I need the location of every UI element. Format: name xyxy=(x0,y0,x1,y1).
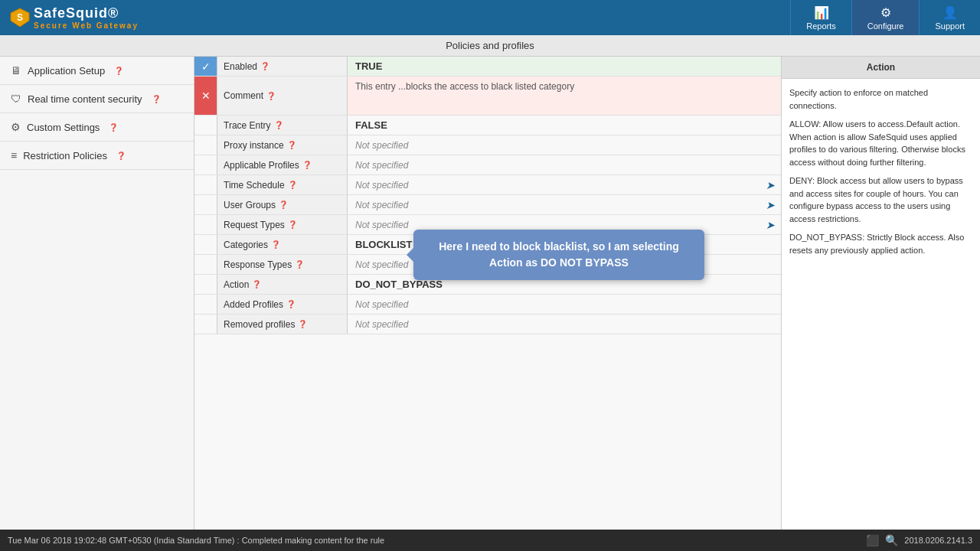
tooltip-text: Here I need to block blacklist, so I am … xyxy=(439,240,679,269)
request-types-help-icon: ❓ xyxy=(288,220,297,229)
sidebar-item-custom-settings[interactable]: ⚙ Custom Settings ❓ xyxy=(0,113,194,142)
comment-help-icon: ❓ xyxy=(266,92,276,100)
real-time-icon: 🛡 xyxy=(11,93,21,105)
row-actions-added-profiles xyxy=(194,295,217,314)
request-types-arrow[interactable]: ➤ xyxy=(766,219,775,231)
logo-row: S SafeSquid® Secure Web Gateway xyxy=(9,5,139,30)
label-user-groups: User Groups ❓ xyxy=(217,195,348,214)
configure-nav-btn[interactable]: ⚙ Configure xyxy=(851,0,920,35)
application-setup-icon: 🖥 xyxy=(11,64,21,77)
row-actions-user-groups xyxy=(194,195,217,214)
label-added-profiles: Added Profiles ❓ xyxy=(217,295,348,314)
field-row-proxy-instance: Proxy instance ❓ Not specified xyxy=(194,135,781,155)
sidebar-item-restriction-policies[interactable]: ≡ Restriction Policies ❓ xyxy=(0,142,194,170)
row-actions-trace xyxy=(194,116,217,135)
status-text: Tue Mar 06 2018 19:02:48 GMT+0530 (India… xyxy=(8,536,384,545)
enable-toggle-btn[interactable]: ✓ xyxy=(194,57,217,76)
label-removed-profiles: Removed profiles ❓ xyxy=(217,315,348,334)
real-time-help-icon: ❓ xyxy=(152,95,161,103)
status-version: 2018.0206.2141.3 xyxy=(904,536,972,545)
row-actions-removed-profiles xyxy=(194,315,217,334)
removed-profiles-help-icon: ❓ xyxy=(298,320,307,328)
value-trace-entry: FALSE xyxy=(348,116,781,135)
value-removed-profiles: Not specified xyxy=(348,315,781,334)
row-actions-request-types xyxy=(194,215,217,234)
page-title: Policies and profiles xyxy=(446,40,534,51)
restriction-policies-help-icon: ❓ xyxy=(116,152,126,160)
time-schedule-arrow[interactable]: ➤ xyxy=(766,179,775,191)
top-navigation: S SafeSquid® Secure Web Gateway 📊 Report… xyxy=(0,0,980,35)
action-panel-deny: DENY: Block access but allow users to by… xyxy=(789,174,972,225)
custom-settings-help-icon: ❓ xyxy=(109,123,118,132)
status-icon-2[interactable]: 🔍 xyxy=(885,534,898,546)
action-panel-header: Action xyxy=(782,57,980,79)
row-actions-applicable xyxy=(194,155,217,174)
row-actions-response-types xyxy=(194,255,217,274)
sidebar-item-application-setup[interactable]: 🖥 Application Setup ❓ xyxy=(0,57,194,85)
reports-icon: 📊 xyxy=(814,5,829,20)
sidebar: 🖥 Application Setup ❓ 🛡 Real time conten… xyxy=(0,57,194,530)
form-table: ✓ Enabled ❓ TRUE ✕ Comme xyxy=(194,57,781,530)
value-enabled: TRUE xyxy=(348,57,781,76)
row-actions-time xyxy=(194,175,217,194)
value-user-groups: Not specified ➤ xyxy=(348,195,781,214)
label-comment: Comment ❓ xyxy=(217,77,348,115)
configure-label: Configure xyxy=(867,21,904,31)
sidebar-label-custom-settings: Custom Settings xyxy=(27,122,100,133)
row-actions-proxy xyxy=(194,135,217,155)
value-comment: This entry ...blocks the access to black… xyxy=(348,77,781,115)
label-categories: Categories ❓ xyxy=(217,235,348,254)
action-panel: Action Specify action to enforce on matc… xyxy=(781,57,980,530)
reports-nav-btn[interactable]: 📊 Reports xyxy=(790,0,851,35)
logo-text: SafeSquid® Secure Web Gateway xyxy=(34,5,139,30)
main-layout: 🖥 Application Setup ❓ 🛡 Real time conten… xyxy=(0,57,980,530)
sidebar-item-real-time-content-security[interactable]: 🛡 Real time content security ❓ xyxy=(0,85,194,113)
status-right: ⬛ 🔍 2018.0206.2141.3 xyxy=(866,534,972,546)
restriction-policies-icon: ≡ xyxy=(11,149,17,161)
label-response-types: Response Types ❓ xyxy=(217,255,348,274)
row-actions-comment: ✕ xyxy=(194,77,217,115)
trace-help-icon: ❓ xyxy=(274,121,283,129)
value-time-schedule: Not specified ➤ xyxy=(348,175,781,194)
label-proxy-instance: Proxy instance ❓ xyxy=(217,135,348,155)
action-panel-allow: ALLOW: Allow users to access.Default act… xyxy=(789,118,972,168)
added-profiles-help-icon: ❓ xyxy=(286,300,296,308)
logo-container: S SafeSquid® Secure Web Gateway xyxy=(6,4,146,31)
label-trace-entry: Trace Entry ❓ xyxy=(217,116,348,135)
action-panel-do-not-bypass: DO_NOT_BYPASS: Strictly Block access. Al… xyxy=(789,231,972,256)
action-panel-description: Specify action to enforce on matched con… xyxy=(789,86,972,112)
row-actions-enabled: ✓ xyxy=(194,57,217,76)
user-groups-help-icon: ❓ xyxy=(279,201,288,209)
proxy-help-icon: ❓ xyxy=(287,141,296,149)
support-icon: 👤 xyxy=(942,5,958,20)
support-nav-btn[interactable]: 👤 Support xyxy=(919,0,980,35)
label-applicable-profiles: Applicable Profiles ❓ xyxy=(217,155,348,174)
field-row-removed-profiles: Removed profiles ❓ Not specified xyxy=(194,315,781,334)
nav-buttons: 📊 Reports ⚙ Configure 👤 Support xyxy=(790,0,980,35)
tooltip-bubble: Here I need to block blacklist, so I am … xyxy=(413,230,704,280)
label-enabled: Enabled ❓ xyxy=(217,57,348,76)
application-setup-help-icon: ❓ xyxy=(114,67,123,75)
sidebar-label-real-time: Real time content security xyxy=(28,93,142,105)
value-added-profiles: Not specified xyxy=(348,295,781,314)
row-actions-categories xyxy=(194,235,217,254)
sidebar-label-restriction-policies: Restriction Policies xyxy=(23,150,107,161)
form-area: ✓ Enabled ❓ TRUE ✕ Comme xyxy=(194,57,980,530)
logo-name: SafeSquid® xyxy=(34,5,139,21)
label-action: Action ❓ xyxy=(217,275,348,294)
page-title-bar: Policies and profiles xyxy=(0,35,980,57)
field-row-comment: ✕ Comment ❓ This entry ...blocks the acc… xyxy=(194,77,781,116)
status-icon-1[interactable]: ⬛ xyxy=(866,534,879,546)
field-row-added-profiles: Added Profiles ❓ Not specified xyxy=(194,295,781,315)
row-actions-action xyxy=(194,275,217,294)
field-row-time-schedule: Time Schedule ❓ Not specified ➤ xyxy=(194,175,781,195)
svg-text:S: S xyxy=(17,12,23,23)
enabled-help-icon: ❓ xyxy=(260,62,270,70)
user-groups-arrow[interactable]: ➤ xyxy=(766,199,775,211)
logo-shield-icon: S xyxy=(9,7,31,28)
categories-help-icon: ❓ xyxy=(271,240,280,249)
support-label: Support xyxy=(935,21,965,31)
value-applicable-profiles: Not specified xyxy=(348,155,781,174)
response-types-help-icon: ❓ xyxy=(295,260,304,269)
comment-delete-btn[interactable]: ✕ xyxy=(194,77,217,115)
